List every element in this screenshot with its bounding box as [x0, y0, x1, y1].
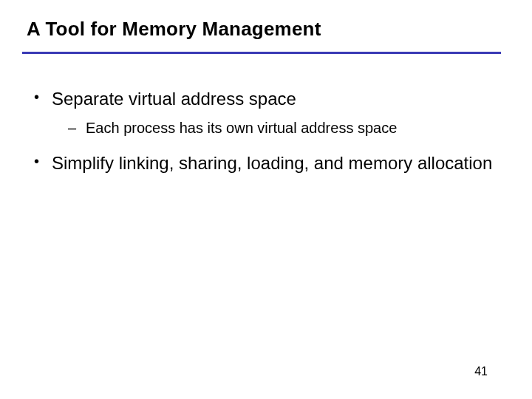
title-underline — [22, 52, 501, 54]
bullet-text: Each process has its own virtual address… — [86, 120, 397, 136]
slide-title: A Tool for Memory Management — [27, 18, 321, 41]
bullet-text: Separate virtual address space — [52, 89, 296, 109]
bullet-level1: Separate virtual address space — [30, 87, 502, 111]
slide: A Tool for Memory Management Separate vi… — [0, 0, 532, 399]
bullet-level1: Simplify linking, sharing, loading, and … — [30, 151, 502, 175]
bullet-level2: Each process has its own virtual address… — [30, 118, 502, 138]
bullet-text: Simplify linking, sharing, loading, and … — [52, 153, 492, 173]
page-number: 41 — [474, 365, 488, 378]
slide-body: Separate virtual address space Each proc… — [30, 75, 502, 180]
